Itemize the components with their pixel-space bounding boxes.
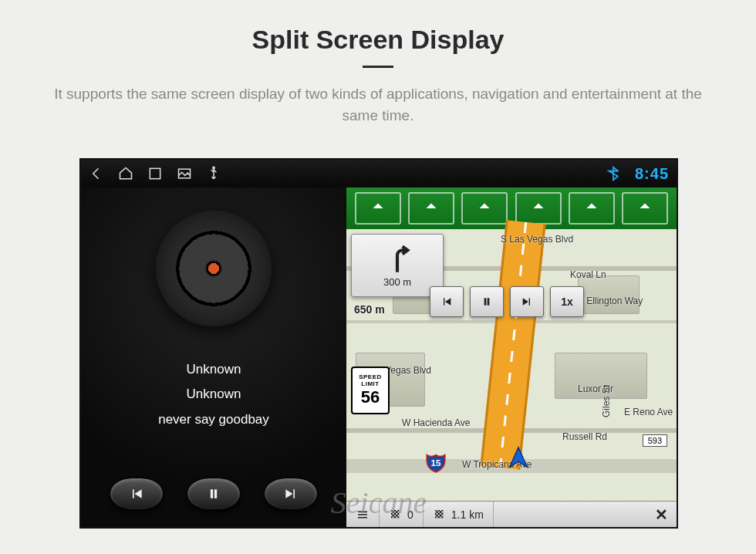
remaining-distance: 650 m xyxy=(354,303,385,316)
street-label: Koval Ln xyxy=(570,269,606,280)
svg-rect-7 xyxy=(391,510,400,519)
street-number-chip: 593 xyxy=(643,434,667,447)
lane-arrow xyxy=(622,192,668,225)
sim-speed-button[interactable]: 1x xyxy=(550,286,584,317)
device-frame: 8:45 Unknown Unknown never say goodbay xyxy=(79,158,678,529)
street-label: W Hacienda Ave xyxy=(402,417,471,428)
speed-limit-value: 56 xyxy=(361,387,380,407)
navigation-pane: S Las Vegas Blvd Koval Ln Duke Ellington… xyxy=(346,187,677,527)
street-label: Vegas Blvd xyxy=(385,365,431,376)
recent-apps-icon[interactable] xyxy=(147,166,163,181)
media-player-pane: Unknown Unknown never say goodbay xyxy=(81,187,346,527)
status-bar: 8:45 xyxy=(81,160,677,187)
close-button[interactable]: ✕ xyxy=(646,505,677,524)
title-underline xyxy=(363,66,393,68)
street-label: Russell Rd xyxy=(562,431,607,442)
next-track-button[interactable] xyxy=(264,478,318,510)
usb-icon[interactable] xyxy=(206,166,221,181)
page-subtitle: It supports the same screen display of t… xyxy=(39,83,717,126)
speed-limit-sign: SPEED LIMIT 56 xyxy=(351,367,390,414)
track-title: Unknown xyxy=(158,357,269,382)
lane-arrow xyxy=(461,192,508,225)
album-disc xyxy=(156,211,272,326)
street-label: S Las Vegas Blvd xyxy=(501,234,573,245)
bluetooth-icon xyxy=(606,166,621,181)
lane-arrow xyxy=(515,192,562,225)
prev-track-button[interactable] xyxy=(110,478,164,510)
gallery-icon[interactable] xyxy=(177,166,192,181)
lane-arrow xyxy=(408,192,454,225)
svg-rect-10 xyxy=(435,510,444,519)
track-album: never say goodbay xyxy=(158,407,269,432)
eta-distance[interactable]: 1.1 km xyxy=(424,502,494,527)
svg-rect-0 xyxy=(150,168,160,178)
sim-controls: 1x xyxy=(430,286,584,317)
lane-arrow xyxy=(355,192,401,225)
waypoint-count[interactable]: 0 xyxy=(380,502,424,527)
street-label: E Reno Ave xyxy=(624,407,673,417)
svg-text:15: 15 xyxy=(431,458,441,468)
page-title: Split Screen Display xyxy=(0,0,756,55)
menu-button[interactable] xyxy=(346,502,380,527)
home-icon[interactable] xyxy=(118,166,133,181)
sim-prev-button[interactable] xyxy=(430,286,464,317)
turn-distance: 300 m xyxy=(383,276,411,288)
sim-pause-button[interactable] xyxy=(470,286,504,317)
track-artist: Unknown xyxy=(158,382,269,407)
clock: 8:45 xyxy=(635,165,669,183)
sim-next-button[interactable] xyxy=(510,286,544,317)
street-label: Giles St xyxy=(601,385,612,417)
lane-arrow xyxy=(569,192,615,225)
play-pause-button[interactable] xyxy=(187,478,241,510)
gps-cursor-icon xyxy=(505,445,532,471)
back-icon[interactable] xyxy=(89,166,104,181)
nav-bottom-bar: 0 1.1 km ✕ xyxy=(346,501,677,527)
interstate-shield-icon: 15 xyxy=(425,451,447,473)
